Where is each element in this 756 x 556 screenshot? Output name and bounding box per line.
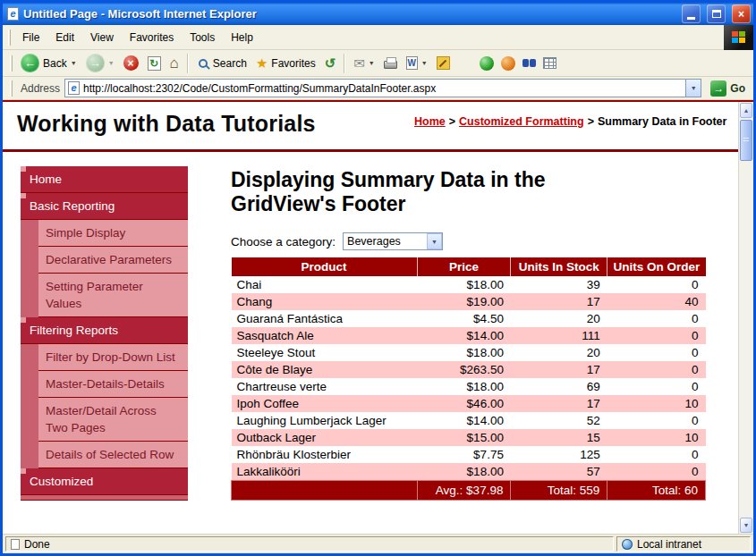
- value-cell: 0: [607, 378, 706, 395]
- toolbar-extra-group: [480, 56, 556, 71]
- mail-dropdown-icon[interactable]: ▼: [369, 60, 375, 66]
- value-cell: 52: [511, 412, 607, 429]
- toolbar-grip[interactable]: [10, 55, 13, 72]
- search-button[interactable]: Search: [192, 55, 251, 72]
- sidebar-item-filtering-reports[interactable]: Filtering Reports: [21, 317, 188, 344]
- product-name-cell: Outback Lager: [232, 429, 418, 446]
- globe-icon[interactable]: [480, 56, 494, 71]
- address-input[interactable]: e http://localhost:2302/Code/CustomForma…: [64, 79, 701, 97]
- refresh-icon: ↻: [148, 56, 161, 71]
- sidebar-item-details-of-selected-row[interactable]: Details of Selected Row: [38, 442, 188, 468]
- back-button[interactable]: ← Back ▼: [16, 52, 81, 74]
- history-icon: ↺: [325, 56, 336, 70]
- product-row: Sasquatch Ale$14.001110: [232, 327, 706, 344]
- home-button[interactable]: ⌂: [166, 54, 183, 72]
- sidebar-item-filter-by-drop-down-list[interactable]: Filter by Drop-Down List: [38, 344, 188, 371]
- search-label: Search: [213, 57, 247, 70]
- sidebar-item-basic-reporting[interactable]: Basic Reporting: [21, 193, 188, 220]
- footer-cell: [232, 481, 418, 501]
- page-title: Displaying Summary Data in the GridView'…: [231, 168, 642, 216]
- column-header: Units On Order: [607, 257, 706, 276]
- scroll-down-button[interactable]: ▼: [740, 518, 752, 533]
- product-name-cell: Ipoh Coffee: [232, 395, 418, 412]
- title-bar[interactable]: e Untitled Page - Microsoft Internet Exp…: [3, 3, 753, 25]
- value-cell: 20: [511, 344, 607, 361]
- refresh-button[interactable]: ↻: [143, 55, 166, 72]
- status-message-pane: Done: [5, 536, 614, 552]
- sidebar-item-setting-parameter-values[interactable]: Setting Parameter Values: [38, 274, 188, 317]
- grid-icon[interactable]: [543, 57, 556, 69]
- stop-icon: ×: [123, 55, 139, 71]
- mail-icon: ✉: [353, 56, 365, 70]
- value-cell: 69: [511, 378, 607, 395]
- sidebar-item-home[interactable]: Home: [21, 166, 188, 193]
- product-row: Ipoh Coffee$46.001710: [232, 395, 706, 412]
- menubar-grip[interactable]: [8, 29, 11, 46]
- page-view: Working with Data Tutorials Home>Customi…: [3, 102, 738, 534]
- maximize-button[interactable]: [707, 4, 726, 23]
- print-button[interactable]: [379, 55, 402, 71]
- edit-with-word-button[interactable]: W ▼: [402, 55, 432, 72]
- forward-dropdown-icon[interactable]: ▼: [108, 60, 115, 66]
- forward-button[interactable]: → ▼: [81, 52, 119, 74]
- menu-bar-items: FileEditViewFavoritesToolsHelp: [14, 28, 261, 47]
- menu-tools[interactable]: Tools: [182, 28, 223, 47]
- minimize-button[interactable]: [682, 4, 701, 23]
- address-label: Address: [21, 82, 60, 95]
- menu-view[interactable]: View: [82, 28, 122, 47]
- vertical-scrollbar[interactable]: ▲ ▼: [738, 102, 753, 534]
- back-dropdown-icon[interactable]: ▼: [71, 60, 77, 66]
- sidebar-item-master-detail-across-two-pages[interactable]: Master/Detail Across Two Pages: [38, 398, 188, 442]
- main-content: Displaying Summary Data in the GridView'…: [188, 166, 738, 501]
- back-icon: ←: [21, 54, 39, 72]
- breadcrumb-link-home[interactable]: Home: [414, 115, 446, 128]
- category-select[interactable]: Beverages ▼: [343, 232, 443, 250]
- edit-button[interactable]: [432, 55, 454, 72]
- menu-favorites[interactable]: Favorites: [122, 28, 182, 47]
- menu-file[interactable]: File: [14, 28, 47, 47]
- page-header: Working with Data Tutorials Home>Customi…: [3, 102, 738, 152]
- windows-flag-icon: [732, 31, 745, 43]
- value-cell: $18.00: [417, 463, 511, 481]
- sidebar-item-simple-display[interactable]: Simple Display: [38, 220, 188, 247]
- scroll-up-button[interactable]: ▲: [740, 103, 752, 118]
- value-cell: 17: [511, 293, 607, 310]
- value-cell: 10: [607, 429, 706, 446]
- product-row: Lakkalikööri$18.00570: [232, 463, 706, 481]
- toolbar-separator: [344, 54, 345, 73]
- ie-page-icon: e: [7, 7, 19, 21]
- chevron-down-icon[interactable]: ▼: [427, 233, 442, 249]
- go-button[interactable]: → Go: [706, 80, 750, 97]
- menu-edit[interactable]: Edit: [47, 28, 82, 47]
- go-icon: →: [710, 80, 726, 97]
- browser-window: e Untitled Page - Microsoft Internet Exp…: [0, 0, 756, 556]
- messenger-icon[interactable]: [501, 56, 515, 71]
- footer-cell: Total: 60: [607, 481, 706, 501]
- product-row: Outback Lager$15.001510: [232, 429, 706, 446]
- favorites-button[interactable]: ★ Favorites: [251, 55, 320, 72]
- product-name-cell: Chai: [232, 276, 418, 293]
- word-dropdown-icon[interactable]: ▼: [421, 60, 428, 66]
- value-cell: 0: [607, 361, 706, 378]
- mail-button[interactable]: ✉ ▼: [349, 55, 379, 72]
- binoculars-icon[interactable]: [522, 59, 529, 67]
- close-button[interactable]: ×: [732, 4, 751, 23]
- product-name-cell: Chartreuse verte: [232, 378, 418, 395]
- value-cell: 0: [607, 463, 706, 481]
- addressbar-grip[interactable]: [10, 80, 13, 97]
- scrollbar-thumb[interactable]: [740, 120, 752, 161]
- value-cell: 0: [607, 412, 706, 429]
- products-table-body: Chai$18.00390Chang$19.001740Guaraná Fant…: [232, 276, 706, 481]
- word-icon: W: [406, 56, 418, 70]
- products-gridview: ProductPriceUnits In StockUnits On Order…: [231, 257, 706, 501]
- address-dropdown-button[interactable]: ▼: [685, 80, 701, 97]
- address-url[interactable]: http://localhost:2302/Code/CustomFormatt…: [83, 82, 682, 95]
- sidebar-item-customized[interactable]: Customized: [21, 468, 188, 495]
- stop-button[interactable]: ×: [119, 54, 143, 72]
- breadcrumb-link-customized-formatting[interactable]: Customized Formatting: [459, 115, 584, 128]
- menu-help[interactable]: Help: [223, 28, 261, 47]
- windows-brand-logo: [724, 25, 753, 50]
- sidebar-item-declarative-parameters[interactable]: Declarative Parameters: [38, 247, 188, 274]
- history-button[interactable]: ↺: [320, 55, 341, 72]
- sidebar-item-master-details-details[interactable]: Master-Details-Details: [38, 371, 188, 398]
